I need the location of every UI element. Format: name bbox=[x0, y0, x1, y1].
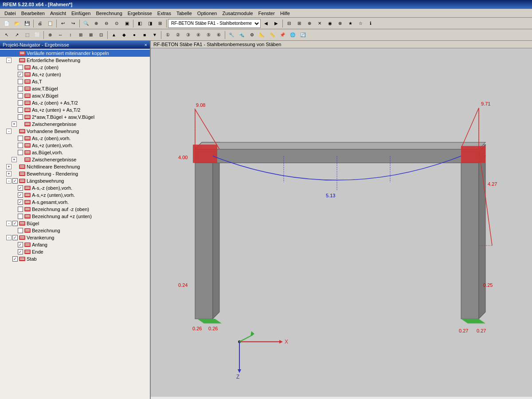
tree-check-as-bugel-vorh[interactable] bbox=[18, 150, 23, 155]
tree-check-as-z-unten[interactable] bbox=[18, 72, 23, 77]
tree-check-as-z-oben-t2[interactable] bbox=[18, 100, 23, 106]
tree-check-asw-t-bugel[interactable] bbox=[18, 86, 23, 91]
tree-item-stab[interactable]: Stab bbox=[0, 255, 150, 262]
tree-item-ende[interactable]: Ende bbox=[0, 248, 150, 255]
tree-toggle-erf-bew[interactable]: - bbox=[6, 58, 12, 63]
extra9-btn[interactable]: ℹ bbox=[366, 19, 376, 28]
tree-item-bez-bugel[interactable]: Bezeichnung bbox=[0, 227, 150, 234]
tree-toggle-vorh-bew[interactable]: - bbox=[6, 129, 12, 134]
tree-item-nichtlinear[interactable]: + Nichtlineare Berechnung bbox=[0, 163, 150, 170]
t2-btn27[interactable]: 📌 bbox=[278, 30, 287, 40]
extra4-btn[interactable]: ✕ bbox=[315, 19, 325, 28]
extra2-btn[interactable]: ⊞ bbox=[294, 19, 304, 28]
tree-item-as-bugel-vorh[interactable]: as,Bügel,vorh. bbox=[0, 149, 150, 156]
canvas-area[interactable]: 9.08 9.71 4.00 4.27 5.13 0.24 0.26 0.26 … bbox=[151, 48, 532, 397]
tree-item-langsbew[interactable]: - Längsbewehrung bbox=[0, 177, 150, 184]
menu-einfuegen[interactable]: Einfügen bbox=[69, 10, 93, 17]
tree-toggle-verankerung[interactable]: - bbox=[6, 235, 12, 240]
tree-check-a-s-oben-vorh[interactable] bbox=[18, 185, 23, 191]
tree-item-a-s-oben-vorh[interactable]: A-s,-z (oben),vorh. bbox=[0, 184, 150, 192]
menu-zusatzmodule[interactable]: Zusatzmodule bbox=[220, 10, 256, 17]
tree-check-bez-z-oben[interactable] bbox=[18, 207, 23, 212]
tree-item-zwischen2[interactable]: + Zwischenergebnisse bbox=[0, 156, 150, 163]
new-btn[interactable]: 📄 bbox=[2, 19, 12, 28]
zoom-btn[interactable]: ⊕ bbox=[91, 19, 101, 28]
menu-ergebnisse[interactable]: Ergebnisse bbox=[125, 10, 155, 17]
tree-item-vorh-bew[interactable]: - Vorhandene Bewehrung bbox=[0, 128, 150, 135]
extra7-btn[interactable]: ★ bbox=[345, 19, 355, 28]
zoom2-btn[interactable]: ⊖ bbox=[102, 19, 111, 28]
tree-check-bez-bugel[interactable] bbox=[18, 228, 23, 233]
tree-item-ast[interactable]: As,T bbox=[0, 78, 150, 85]
tree-check-a-s-gesamt-vorh[interactable] bbox=[18, 200, 23, 205]
tree-check-asw-v-bugel[interactable] bbox=[18, 93, 23, 98]
tree-check-as-z-oben[interactable] bbox=[18, 65, 23, 70]
t2-btn2[interactable]: ↗ bbox=[12, 30, 22, 40]
tree-check-langsbew[interactable] bbox=[12, 178, 18, 184]
tree-item-as-z-oben[interactable]: As,-z (oben) bbox=[0, 64, 150, 71]
t2-btn23[interactable]: 🔩 bbox=[237, 30, 246, 40]
t2-btn6[interactable]: ↔ bbox=[55, 30, 65, 40]
view2-btn[interactable]: ◨ bbox=[145, 19, 155, 28]
tree-item-erf-bew[interactable]: - Erforderliche Bewehrung bbox=[0, 57, 150, 64]
tree-item-bugel[interactable]: - Bügel bbox=[0, 220, 150, 227]
tree-item-zwischen1[interactable]: + Zwischenergebnisse bbox=[0, 121, 150, 128]
t2-btn9[interactable]: ⊠ bbox=[86, 30, 96, 40]
tree-item-as-z-unten-vorh[interactable]: As,+z (unten),vorh. bbox=[0, 142, 150, 149]
tree-check-as-z-unten-t2[interactable] bbox=[18, 107, 23, 113]
tree-item-a-s-unten-vorh[interactable]: A-s,+z (unten),vorh. bbox=[0, 192, 150, 199]
tree-check-as-z-unten-vorh[interactable] bbox=[18, 143, 23, 148]
open-btn[interactable]: 📂 bbox=[12, 19, 22, 28]
t2-btn13[interactable]: ● bbox=[129, 30, 139, 40]
tree-toggle-bewehrung-rendering[interactable]: + bbox=[6, 171, 12, 176]
menu-extras[interactable]: Extras bbox=[155, 10, 174, 17]
t2-btn29[interactable]: 🔄 bbox=[298, 30, 308, 40]
tree-item-verlaufe[interactable]: Verläufe normiert miteinander koppeln bbox=[0, 50, 150, 57]
extra3-btn[interactable]: ⊕ bbox=[305, 19, 314, 28]
save-btn[interactable]: 💾 bbox=[22, 19, 32, 28]
tree-item-asw-t-bugel[interactable]: asw,T.Bügel bbox=[0, 85, 150, 92]
tree-item-bewehrung-rendering[interactable]: + Bewehrung - Rendering bbox=[0, 170, 150, 177]
menu-hilfe[interactable]: Hilfe bbox=[278, 10, 293, 17]
tree-item-as-z-oben-t2[interactable]: As,-z (oben) + As,T/2 bbox=[0, 99, 150, 106]
t2-btn4[interactable]: ⬜ bbox=[32, 30, 42, 40]
menu-bearbeiten[interactable]: Bearbeiten bbox=[19, 10, 47, 17]
tree-item-as-z-oben-vorh[interactable]: As,-z (oben),vorh. bbox=[0, 135, 150, 142]
menu-optionen[interactable]: Optionen bbox=[195, 10, 220, 17]
t2-btn20[interactable]: ⑤ bbox=[203, 30, 213, 40]
t2-btn25[interactable]: 📐 bbox=[257, 30, 267, 40]
extra5-btn[interactable]: ◉ bbox=[325, 19, 335, 28]
t2-btn7[interactable]: ↕ bbox=[66, 30, 75, 40]
t2-btn8[interactable]: ⊞ bbox=[76, 30, 86, 40]
tree-toggle-zwischen1[interactable]: + bbox=[12, 121, 17, 127]
tree-check-bez-z-unten[interactable] bbox=[18, 214, 23, 219]
t2-btn24[interactable]: ⚙ bbox=[247, 30, 257, 40]
tree-toggle-nichtlinear[interactable]: + bbox=[6, 164, 12, 169]
view1-btn[interactable]: ◧ bbox=[135, 19, 145, 28]
t2-btn15[interactable]: ▼ bbox=[150, 30, 160, 40]
tree-item-bez-z-oben[interactable]: Bezeichnung auf -z (oben) bbox=[0, 206, 150, 213]
t2-btn21[interactable]: ⑥ bbox=[214, 30, 223, 40]
tree-check-a-s-unten-vorh[interactable] bbox=[18, 192, 23, 198]
t2-btn11[interactable]: ▲ bbox=[109, 30, 119, 40]
tree-item-anfang[interactable]: Anfang bbox=[0, 241, 150, 248]
tree-toggle-bugel[interactable]: - bbox=[6, 221, 12, 226]
view3-btn[interactable]: ⊞ bbox=[155, 19, 165, 28]
t2-btn19[interactable]: ④ bbox=[193, 30, 203, 40]
extra6-btn[interactable]: ⊗ bbox=[335, 19, 345, 28]
t2-btn5[interactable]: ⊕ bbox=[45, 30, 55, 40]
menu-berechnung[interactable]: Berechnung bbox=[93, 10, 125, 17]
t2-btn12[interactable]: ◆ bbox=[119, 30, 129, 40]
t2-btn28[interactable]: 🌐 bbox=[288, 30, 297, 40]
extra8-btn[interactable]: ☆ bbox=[356, 19, 365, 28]
tree-check-anfang[interactable] bbox=[18, 242, 23, 247]
menu-datei[interactable]: Datei bbox=[2, 10, 19, 17]
menu-ansicht[interactable]: Ansicht bbox=[47, 10, 69, 17]
nav-prev[interactable]: ◀ bbox=[261, 19, 271, 28]
tree-item-verankerung[interactable]: - Verankerung bbox=[0, 234, 150, 241]
t2-btn14[interactable]: ■ bbox=[140, 30, 149, 40]
menu-tabelle[interactable]: Tabelle bbox=[174, 10, 195, 17]
t2-btn22[interactable]: 🔧 bbox=[227, 30, 236, 40]
undo-btn[interactable]: ↩ bbox=[58, 19, 68, 28]
print2-btn[interactable]: 📋 bbox=[45, 19, 55, 28]
